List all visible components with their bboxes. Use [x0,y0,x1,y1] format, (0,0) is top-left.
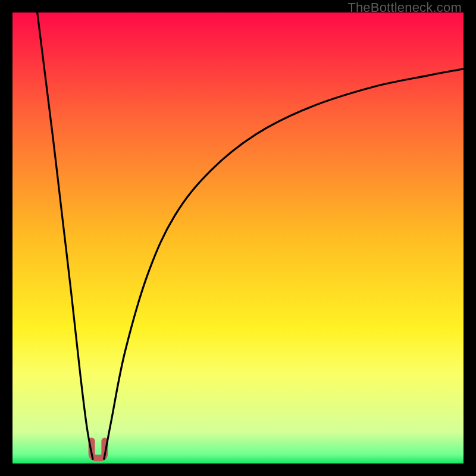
chart-background [12,12,464,464]
chart-svg [12,12,464,464]
watermark-text: TheBottleneck.com [347,0,462,15]
chart-frame [12,12,464,464]
